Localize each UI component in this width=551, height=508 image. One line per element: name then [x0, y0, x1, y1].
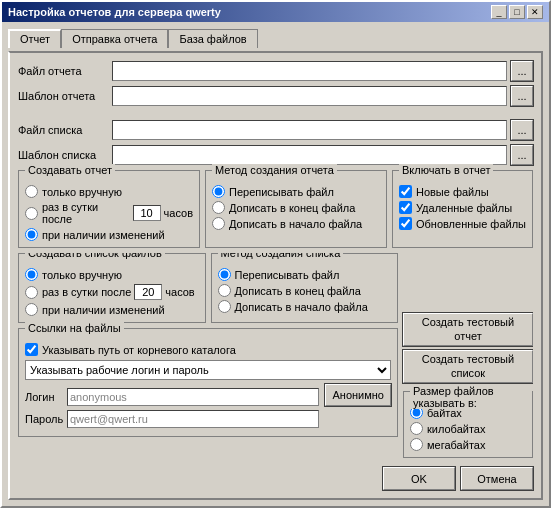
include-report-group: Включать в отчет Новые файлы Удаленные ф… [392, 170, 533, 248]
list-method-append-start: Дописать в начало файла [218, 300, 392, 313]
test-report-button[interactable]: Создать тестовый отчет [403, 313, 533, 346]
list-method-overwrite: Переписывать файл [218, 268, 392, 281]
list-template-browse[interactable]: ... [511, 145, 533, 165]
minimize-button[interactable]: _ [491, 5, 507, 19]
login-mode-dropdown-wrapper: Указывать рабочие логин и пароль Анонимн… [25, 360, 391, 380]
list-method-overwrite-radio[interactable] [218, 268, 231, 281]
method-append-end-radio[interactable] [212, 201, 225, 214]
list-method-legend: Метод создания списка [218, 253, 344, 259]
size-kilobytes: килобайтах [410, 422, 526, 435]
report-file-label: Файл отчета [18, 65, 108, 77]
method-append-start-radio[interactable] [212, 217, 225, 230]
password-label: Пароль [25, 413, 63, 425]
create-list-group: Создавать список файлов только вручную [18, 253, 206, 323]
size-megabytes-radio[interactable] [410, 438, 423, 451]
tab-files[interactable]: База файлов [168, 29, 257, 48]
list-template-label: Шаблон списка [18, 149, 108, 161]
tab-send[interactable]: Отправка отчета [61, 29, 168, 48]
include-new: Новые файлы [399, 185, 526, 198]
list-template-input[interactable] [112, 145, 507, 165]
links-legend: Ссылки на файлы [25, 322, 124, 334]
size-kilobytes-radio[interactable] [410, 422, 423, 435]
maximize-button[interactable]: □ [509, 5, 525, 19]
password-input[interactable] [67, 410, 319, 428]
list-groups-row: Создавать список файлов только вручную [18, 253, 398, 323]
create-report-changes-radio[interactable] [25, 228, 38, 241]
create-report-manual-radio[interactable] [25, 185, 38, 198]
size-megabytes: мегабайтах [410, 438, 526, 451]
test-list-button[interactable]: Создать тестовый список [403, 350, 533, 383]
create-report-legend: Создавать отчет [25, 164, 115, 176]
close-button[interactable]: ✕ [527, 5, 543, 19]
list-file-input[interactable] [112, 120, 507, 140]
password-row: Пароль [25, 410, 319, 428]
create-report-hours-input[interactable] [133, 205, 161, 221]
create-report-daily-input-group: раз в сутки после часов [42, 201, 193, 225]
create-report-daily: раз в сутки после часов [25, 201, 193, 225]
list-manual: только вручную [25, 268, 199, 281]
report-template-input[interactable] [112, 86, 507, 106]
list-file-row: Файл списка ... [18, 120, 533, 140]
root-path-checkbox-item: Указывать путь от корневого каталога [25, 343, 391, 356]
report-file-row: Файл отчета ... [18, 61, 533, 81]
login-fields: Логин Пароль [25, 384, 319, 428]
list-daily-radio[interactable] [25, 286, 38, 299]
size-legend: Размер файлов указывать в: [410, 385, 532, 409]
create-report-options: только вручную раз в сутки после часов [25, 185, 193, 241]
title-bar: Настройка отчетов для сервера qwerty _ □… [2, 2, 549, 22]
dropdown-wrapper: Указывать рабочие логин и пароль Анонимн… [25, 360, 391, 380]
left-panel: Создавать список файлов только вручную [18, 253, 398, 458]
include-report-legend: Включать в отчет [399, 164, 493, 176]
list-method-options: Переписывать файл Дописать в конец файла… [218, 268, 392, 313]
login-input[interactable] [67, 388, 319, 406]
include-updated: Обновленные файлы [399, 217, 526, 230]
include-updated-checkbox[interactable] [399, 217, 412, 230]
login-password-area: Логин Пароль Анонимно [25, 384, 391, 428]
tab-content: Файл отчета ... Шаблон отчета ... Файл с… [8, 51, 543, 500]
include-deleted-checkbox[interactable] [399, 201, 412, 214]
list-changes: при наличии изменений [25, 303, 199, 316]
report-template-browse[interactable]: ... [511, 86, 533, 106]
create-report-manual: только вручную [25, 185, 193, 198]
list-file-label: Файл списка [18, 124, 108, 136]
list-hours-input[interactable] [134, 284, 162, 300]
root-path-checkbox[interactable] [25, 343, 38, 356]
list-file-browse[interactable]: ... [511, 120, 533, 140]
report-file-browse[interactable]: ... [511, 61, 533, 81]
create-method-options: Переписывать файл Дописать в конец файла… [212, 185, 380, 230]
ok-button[interactable]: OK [383, 467, 455, 490]
list-method-append-start-radio[interactable] [218, 300, 231, 313]
title-bar-buttons: _ □ ✕ [491, 5, 543, 19]
bottom-area: Создавать список файлов только вручную [18, 253, 533, 458]
report-template-row: Шаблон отчета ... [18, 86, 533, 106]
size-group: Размер файлов указывать в: байтах килоба… [403, 391, 533, 458]
list-method-append-end-radio[interactable] [218, 284, 231, 297]
include-options: Новые файлы Удаленные файлы Обновленные … [399, 185, 526, 230]
window-title: Настройка отчетов для сервера qwerty [8, 6, 221, 18]
method-append-start: Дописать в начало файла [212, 217, 380, 230]
create-report-daily-radio[interactable] [25, 207, 38, 220]
report-file-input[interactable] [112, 61, 507, 81]
create-method-legend: Метод создания отчета [212, 164, 337, 176]
top-groups-row: Создавать отчет только вручную раз в сут… [18, 170, 533, 248]
login-row: Логин [25, 388, 319, 406]
login-label: Логин [25, 391, 63, 403]
include-new-checkbox[interactable] [399, 185, 412, 198]
size-options: байтах килобайтах мегабайтах [410, 406, 526, 451]
dialog-footer: OK Отмена [18, 463, 533, 490]
method-overwrite-radio[interactable] [212, 185, 225, 198]
anon-button[interactable]: Анонимно [325, 384, 391, 406]
cancel-button[interactable]: Отмена [461, 467, 533, 490]
tab-report[interactable]: Отчет [8, 29, 61, 48]
list-daily: раз в сутки после часов [25, 284, 199, 300]
list-method-append-end: Дописать в конец файла [218, 284, 392, 297]
create-report-changes: при наличии изменений [25, 228, 193, 241]
main-window: Настройка отчетов для сервера qwerty _ □… [0, 0, 551, 508]
method-append-end: Дописать в конец файла [212, 201, 380, 214]
window-content: Отчет Отправка отчета База файлов Файл о… [2, 22, 549, 506]
list-daily-input-group: раз в сутки после часов [42, 284, 195, 300]
login-mode-select[interactable]: Указывать рабочие логин и пароль Анонимн… [25, 360, 391, 380]
list-changes-radio[interactable] [25, 303, 38, 316]
create-list-options: только вручную раз в сутки после часов [25, 268, 199, 316]
list-manual-radio[interactable] [25, 268, 38, 281]
